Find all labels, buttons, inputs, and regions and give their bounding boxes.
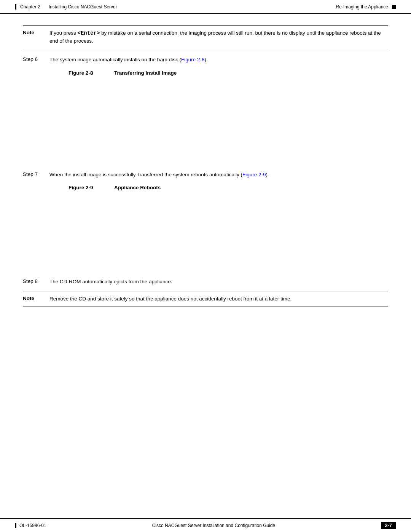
note1-text1: If you press [49,30,78,36]
step6-row: Step 6 The system image automatically in… [23,56,388,64]
step6-text: The system image automatically installs … [49,57,181,62]
footer-center: Cisco NACGuest Server Installation and C… [46,523,381,528]
step7-text: When the install image is successfully, … [49,172,242,177]
step6-content: The system image automatically installs … [49,56,388,64]
note-box-1: Note If you press <Enter> by mistake on … [23,25,388,49]
footer-bar-icon [15,523,16,528]
figure9-number: Figure 2-9 [68,185,114,190]
header-bar-icon [15,4,16,10]
step7-link[interactable]: Figure 2-9 [242,172,266,177]
step6-label: Step 6 [23,56,49,62]
note1-content: If you press <Enter> by mistake on a ser… [49,29,388,45]
step7-row: Step 7 When the install image is success… [23,171,388,179]
step8-row: Step 8 The CD-ROM automatically ejects f… [23,278,388,286]
step7-content: When the install image is successfully, … [49,171,388,179]
header-left: Chapter 2 Installing Cisco NACGuest Serv… [15,4,117,10]
header-right: Re-Imaging the Appliance [336,4,396,10]
section-title: Re-Imaging the Appliance [336,4,388,10]
header-separator [43,4,46,10]
page-footer: OL-15986-01 Cisco NACGuest Server Instal… [0,518,411,532]
step7-text-end: ). [266,172,269,177]
chapter-label: Chapter 2 [20,4,40,10]
main-content: Note If you press <Enter> by mistake on … [0,14,411,518]
note-box-2: Note Remove the CD and store it safely s… [23,291,388,307]
footer-doc-number: OL-15986-01 [19,523,46,528]
step8-content: The CD-ROM automatically ejects from the… [49,278,388,286]
figure8-title: Transferring Install Image [114,70,177,76]
step7-label: Step 7 [23,171,49,177]
figure8-number: Figure 2-8 [68,70,114,76]
note2-content: Remove the CD and store it safely so tha… [49,295,388,303]
note2-label: Note [23,295,49,303]
figure9-caption: Figure 2-9 Appliance Reboots [23,185,388,190]
figure8-image [23,80,388,163]
note1-enter-key: <Enter> [78,30,100,36]
note1-label: Note [23,29,49,45]
figure9-title: Appliance Reboots [114,185,161,190]
figure8-caption: Figure 2-8 Transferring Install Image [23,70,388,76]
step6-text-end: ). [204,57,207,62]
page-header: Chapter 2 Installing Cisco NACGuest Serv… [0,0,411,14]
figure9-image [23,194,388,270]
footer-left: OL-15986-01 [15,523,46,528]
footer-guide-title: Cisco NACGuest Server Installation and C… [152,523,276,528]
header-right-bar-icon [392,5,396,9]
step8-label: Step 8 [23,278,49,284]
chapter-title: Installing Cisco NACGuest Server [49,4,117,10]
footer-page-number: 2-7 [381,522,396,529]
step6-link[interactable]: Figure 2-8 [181,57,205,62]
